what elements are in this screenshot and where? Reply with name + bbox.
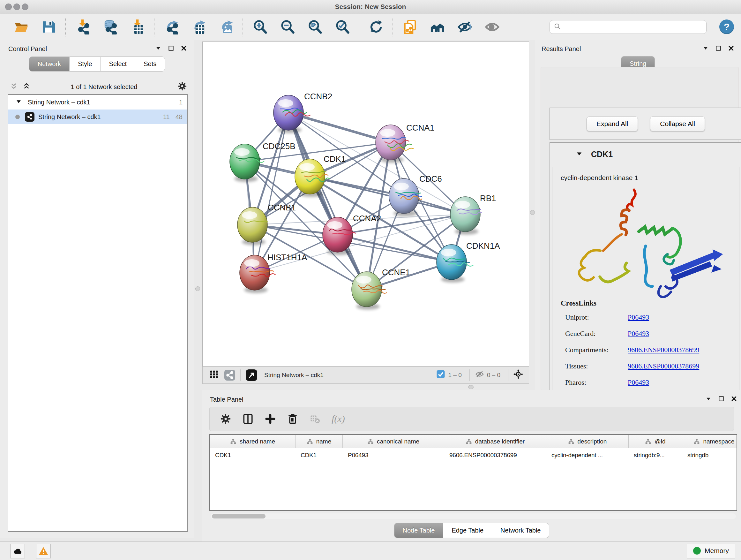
crosslink-link[interactable]: 9606.ENSP00000378699: [628, 346, 699, 354]
detach-view-icon[interactable]: [246, 369, 257, 381]
network-tree-row[interactable]: String Network – cdk11148: [8, 110, 187, 124]
table-horizontal-scrollbar[interactable]: [211, 513, 736, 519]
control-panel-close-icon[interactable]: [181, 45, 187, 53]
export-image-button[interactable]: [218, 19, 234, 36]
column-header--id[interactable]: @id: [629, 435, 682, 448]
table-panel-float-icon[interactable]: [718, 395, 724, 403]
help-button[interactable]: ?: [719, 19, 734, 34]
tab-select[interactable]: Select: [101, 57, 136, 71]
table-cell[interactable]: CDK1: [210, 452, 295, 459]
search-box[interactable]: [549, 20, 706, 34]
column-header-description[interactable]: description: [546, 435, 629, 448]
open-session-button[interactable]: [13, 19, 29, 36]
network-node-cdc6[interactable]: [389, 179, 422, 213]
window-titlebar: Session: New Session: [0, 0, 741, 14]
crosslink-link[interactable]: P06493: [628, 378, 649, 386]
warning-button[interactable]: [36, 544, 51, 558]
save-session-button[interactable]: [40, 19, 57, 36]
grid-view-icon[interactable]: [209, 369, 219, 381]
trash-button[interactable]: [287, 413, 298, 425]
network-edge[interactable]: [310, 177, 465, 214]
memory-button[interactable]: Memory: [687, 543, 735, 558]
network-edge[interactable]: [288, 113, 391, 142]
collapse-all-button[interactable]: Collapse All: [650, 117, 705, 131]
network-node-rb1[interactable]: [450, 197, 482, 232]
column-header-database-identifier[interactable]: database identifier: [444, 435, 546, 448]
table-panel-close-icon[interactable]: [731, 395, 737, 403]
hidden-eye-icon[interactable]: [475, 369, 484, 381]
columns-button[interactable]: [242, 413, 254, 425]
column-header-namespace[interactable]: namespace: [682, 435, 737, 448]
network-node-ccna2[interactable]: [323, 217, 355, 252]
network-tree-row[interactable]: String Network – cdk11: [8, 95, 187, 110]
control-panel-float-icon[interactable]: [168, 45, 174, 53]
search-input[interactable]: [561, 23, 695, 30]
fx-button[interactable]: f(x): [332, 414, 345, 424]
hide-panels-button[interactable]: [456, 19, 473, 36]
collapse-all-icon[interactable]: [10, 82, 18, 91]
tab-network[interactable]: Network: [29, 57, 70, 71]
section-collapse-triangle-icon[interactable]: [576, 150, 583, 159]
gear-button[interactable]: [220, 413, 231, 425]
results-panel-close-icon[interactable]: [728, 45, 734, 53]
crosslink-label: Compartments:: [565, 346, 628, 354]
table-cell[interactable]: 9606.ENSP00000378699: [444, 452, 546, 459]
export-table-button[interactable]: [190, 19, 207, 36]
crosslink-link[interactable]: 9606.ENSP00000378699: [628, 362, 699, 370]
clone-network-button[interactable]: [401, 19, 418, 36]
tab-sets[interactable]: Sets: [135, 57, 165, 71]
column-header-canonical-name[interactable]: canonical name: [343, 435, 444, 448]
add-button[interactable]: [265, 413, 276, 425]
tab-node-table[interactable]: Node Table: [394, 523, 444, 538]
table-panel-menu-icon[interactable]: [705, 395, 712, 403]
table-cell[interactable]: P06493: [343, 452, 444, 459]
table-cell[interactable]: cyclin-dependent ...: [546, 452, 629, 459]
expand-all-button[interactable]: Expand All: [587, 117, 638, 131]
delete-table-button[interactable]: [309, 413, 321, 425]
home-button[interactable]: [429, 19, 446, 36]
network-node-ccnb1[interactable]: [238, 207, 267, 242]
import-table-button[interactable]: [129, 19, 145, 36]
crosslink-link[interactable]: P06493: [628, 313, 649, 321]
network-view-canvas[interactable]: CCNB2CCNA1CDC25BCDK1CDC6RB1CCNB1CCNA2CDK…: [202, 42, 529, 367]
table-cell[interactable]: stringdb:9...: [629, 452, 682, 459]
show-eye-button[interactable]: [484, 19, 500, 36]
zoom-fit-button[interactable]: [307, 19, 323, 36]
table-cell[interactable]: stringdb: [682, 452, 737, 459]
import-network-database-button[interactable]: [102, 19, 118, 36]
network-options-gear-icon[interactable]: [178, 81, 187, 92]
right-splitter-handle[interactable]: [530, 210, 535, 215]
table-row[interactable]: CDK1CDK1P064939606.ENSP00000378699cyclin…: [210, 448, 737, 462]
column-header-shared-name[interactable]: shared name: [210, 435, 295, 448]
left-splitter-handle[interactable]: [195, 287, 200, 291]
node-table[interactable]: shared namenamecanonical namedatabase id…: [209, 434, 737, 511]
import-network-file-button[interactable]: [74, 19, 91, 36]
selected-checkbox-icon[interactable]: [436, 369, 446, 381]
network-node-cdk1[interactable]: [295, 159, 330, 194]
bottom-splitter-handle[interactable]: [468, 385, 474, 389]
network-node-ccne1[interactable]: [352, 272, 387, 307]
fit-selection-crosshair-icon[interactable]: [514, 369, 523, 381]
results-section-header[interactable]: CDK1: [550, 143, 741, 166]
results-panel-float-icon[interactable]: [715, 45, 722, 53]
tab-style[interactable]: Style: [70, 57, 100, 71]
column-header-name[interactable]: name: [295, 435, 343, 448]
cloud-button[interactable]: [10, 544, 25, 558]
refresh-button[interactable]: [367, 19, 384, 36]
crosslink-link[interactable]: P06493: [628, 329, 649, 337]
zoom-out-button[interactable]: [279, 19, 295, 36]
control-panel-menu-icon[interactable]: [155, 45, 161, 53]
table-cell[interactable]: CDK1: [295, 452, 343, 459]
zoom-selected-button[interactable]: [334, 19, 350, 36]
zoom-in-button[interactable]: [252, 19, 268, 36]
tree-row-label: String Network – cdk1: [28, 99, 90, 106]
tree-expand-triangle-icon[interactable]: [16, 99, 21, 106]
network-node-cdc25b[interactable]: [230, 144, 264, 179]
network-graph[interactable]: CCNB2CCNA1CDC25BCDK1CDC6RB1CCNB1CCNA2CDK…: [203, 42, 529, 366]
tab-edge-table[interactable]: Edge Table: [443, 523, 492, 538]
expand-all-icon[interactable]: [22, 82, 30, 91]
results-panel-menu-icon[interactable]: [702, 45, 709, 53]
network-edge[interactable]: [288, 113, 367, 289]
export-network-button[interactable]: [163, 19, 179, 36]
tab-network-table[interactable]: Network Table: [492, 523, 549, 538]
